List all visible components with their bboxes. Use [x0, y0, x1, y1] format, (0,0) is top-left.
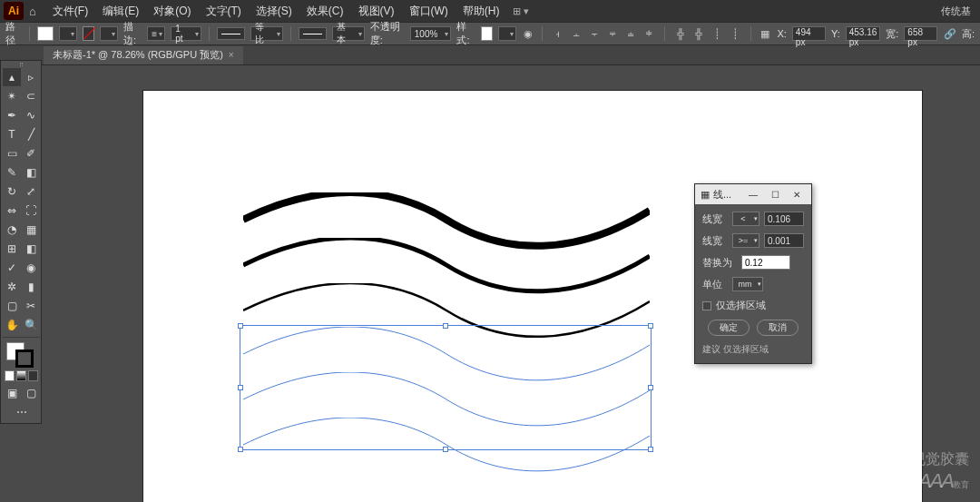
eraser-tool[interactable]: ◧ [22, 163, 40, 182]
slice-tool[interactable]: ✂ [22, 297, 40, 315]
line-width-panel[interactable]: ▦ 线... — ☐ ✕ 线宽 < 0.106 线宽 >= 0.001 替换为 … [694, 183, 812, 364]
profile-dropdown[interactable]: 等比 [250, 26, 283, 41]
menu-help[interactable]: 帮助(H) [456, 4, 507, 19]
free-transform-tool[interactable]: ⛶ [22, 202, 40, 220]
screen-mode-normal[interactable]: ▣ [3, 384, 21, 402]
symbol-sprayer-tool[interactable]: ✲ [3, 278, 21, 296]
brush-dropdown[interactable]: 基本 [332, 26, 365, 41]
handle-s[interactable] [443, 447, 448, 452]
dist-v-icon[interactable]: ╬ [691, 25, 707, 42]
menu-view[interactable]: 视图(V) [351, 4, 402, 19]
perspective-tool[interactable]: ▦ [22, 221, 40, 239]
tab-close-icon[interactable]: × [229, 50, 234, 60]
scale-tool[interactable]: ⤢ [22, 182, 40, 201]
menu-file[interactable]: 文件(F) [45, 4, 95, 19]
fill-dropdown[interactable] [59, 26, 77, 41]
color-mode-gradient[interactable] [16, 370, 26, 381]
maximize-icon[interactable]: ☐ [766, 187, 784, 202]
magic-wand-tool[interactable]: ✴ [3, 87, 21, 105]
transform-icon[interactable]: ▦ [759, 25, 772, 42]
menu-search-icon[interactable]: ⊞ ▾ [513, 5, 529, 17]
shaper-tool[interactable]: ✎ [3, 163, 21, 182]
rotate-tool[interactable]: ↻ [3, 182, 21, 201]
curvature-tool[interactable]: ∿ [22, 106, 40, 124]
row1-op-dropdown[interactable]: < [732, 212, 760, 226]
style-dropdown[interactable] [498, 26, 516, 41]
dist-space-h-icon[interactable]: ┊ [709, 25, 725, 42]
line-tool[interactable]: ╱ [22, 125, 40, 143]
align-bottom-icon[interactable]: ⫩ [641, 25, 657, 42]
mesh-tool[interactable]: ⊞ [3, 240, 21, 258]
profile-preview[interactable] [217, 27, 245, 40]
canvas-area[interactable] [44, 65, 980, 502]
cancel-button[interactable]: 取消 [757, 320, 799, 336]
row2-op-dropdown[interactable]: >= [732, 233, 760, 248]
replace-value-input[interactable]: 0.12 [741, 255, 790, 270]
color-mode-fill[interactable] [5, 370, 15, 381]
home-icon[interactable]: ⌂ [29, 5, 36, 18]
menu-select[interactable]: 选择(S) [249, 4, 299, 19]
dist-h-icon[interactable]: ╬ [672, 25, 689, 42]
brush-preview[interactable] [299, 27, 327, 40]
selection-bounds[interactable] [240, 325, 652, 450]
align-top-icon[interactable]: ⫧ [604, 25, 621, 42]
link-wh-icon[interactable]: 🔗 [943, 25, 956, 42]
hand-tool[interactable]: ✋ [3, 316, 21, 334]
x-input[interactable]: 494 px [792, 26, 826, 41]
graph-tool[interactable]: ▮ [22, 278, 40, 296]
stroke-weight-stepper[interactable]: ≡ [147, 26, 165, 41]
row1-value-input[interactable]: 0.106 [764, 212, 804, 226]
fill-stroke-control[interactable] [3, 340, 40, 368]
y-input[interactable]: 453.16 px [846, 26, 881, 41]
eyedropper-tool[interactable]: ✓ [3, 259, 21, 277]
unit-dropdown[interactable]: mm [732, 277, 763, 291]
stroke-dropdown[interactable] [100, 26, 118, 41]
direct-selection-tool[interactable]: ▹ [22, 68, 40, 86]
stroke-weight-input[interactable]: 1 pt [171, 26, 201, 41]
rectangle-tool[interactable]: ▭ [3, 144, 21, 162]
align-right-icon[interactable]: ⫟ [586, 25, 603, 42]
paintbrush-tool[interactable]: ✐ [22, 144, 40, 162]
stroke-swatch[interactable] [83, 26, 94, 41]
handle-ne[interactable] [648, 323, 653, 329]
opacity-input[interactable]: 100% [410, 26, 452, 41]
selection-only-checkbox[interactable] [702, 301, 711, 310]
recolor-icon[interactable]: ◉ [522, 25, 535, 42]
menu-edit[interactable]: 编辑(E) [95, 4, 146, 19]
width-tool[interactable]: ⇔ [3, 202, 21, 220]
artboard-tool[interactable]: ▢ [3, 297, 21, 315]
fill-swatch[interactable] [37, 26, 54, 41]
handle-nw[interactable] [238, 323, 243, 329]
menu-effect[interactable]: 效果(C) [299, 4, 351, 19]
lasso-tool[interactable]: ⊂ [22, 87, 40, 105]
blend-tool[interactable]: ◉ [22, 259, 40, 277]
shape-builder-tool[interactable]: ◔ [3, 221, 21, 239]
ok-button[interactable]: 确定 [708, 320, 750, 336]
workspace-switcher[interactable]: 传统基 [941, 5, 976, 18]
menu-type[interactable]: 文字(T) [199, 4, 249, 19]
document-tab[interactable]: 未标题-1* @ 78.26% (RGB/GPU 预览) × [44, 46, 243, 64]
edit-toolbar[interactable]: ⋯ [3, 403, 40, 421]
zoom-tool[interactable]: 🔍 [22, 316, 40, 334]
close-icon[interactable]: ✕ [788, 187, 806, 202]
row2-value-input[interactable]: 0.001 [764, 233, 804, 248]
panel-titlebar[interactable]: ▦ 线... — ☐ ✕ [695, 184, 811, 204]
pen-tool[interactable]: ✒ [3, 106, 21, 124]
handle-w[interactable] [238, 385, 243, 390]
handle-e[interactable] [648, 385, 653, 390]
align-vcenter-icon[interactable]: ⫨ [622, 25, 639, 42]
type-tool[interactable]: T [3, 125, 21, 143]
dist-space-v-icon[interactable]: ┊ [727, 25, 743, 42]
screen-mode-full[interactable]: ▢ [22, 384, 40, 402]
minimize-icon[interactable]: — [744, 187, 762, 202]
handle-n[interactable] [443, 323, 448, 329]
handle-se[interactable] [648, 447, 653, 452]
w-input[interactable]: 658 px [904, 26, 937, 41]
menu-object[interactable]: 对象(O) [146, 4, 198, 19]
selection-tool[interactable]: ▴ [3, 68, 21, 86]
color-mode-none[interactable] [28, 370, 38, 381]
align-left-icon[interactable]: ⫞ [550, 25, 566, 42]
menu-window[interactable]: 窗口(W) [402, 4, 456, 19]
gradient-tool[interactable]: ◧ [22, 240, 40, 258]
handle-sw[interactable] [238, 447, 243, 452]
